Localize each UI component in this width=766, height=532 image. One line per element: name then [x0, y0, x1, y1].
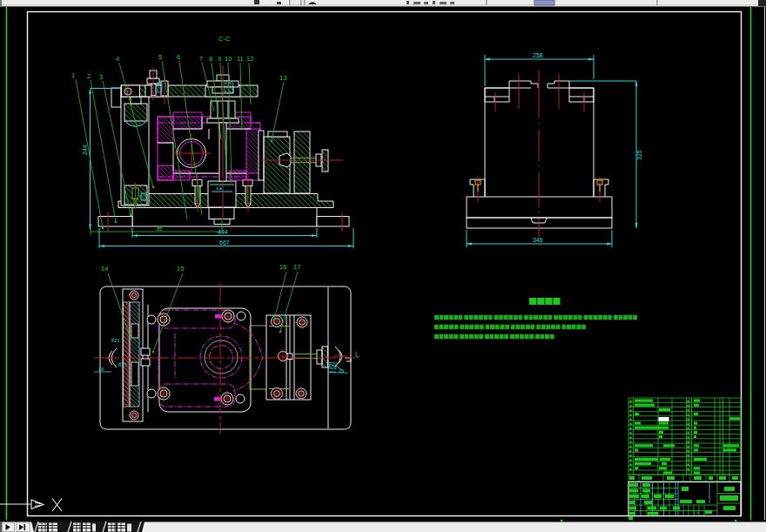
svg-text:R15: R15 — [118, 362, 126, 367]
svg-text:85: 85 — [157, 226, 163, 232]
svg-text:4: 4 — [116, 55, 119, 63]
svg-text:12: 12 — [246, 55, 253, 63]
svg-text:3: 3 — [99, 73, 103, 81]
svg-text:11: 11 — [237, 55, 244, 63]
svg-text:R20: R20 — [329, 361, 337, 367]
svg-text:15: 15 — [177, 265, 184, 273]
svg-text:5: 5 — [158, 53, 162, 61]
svg-text:10: 10 — [225, 55, 232, 63]
svg-text:346: 346 — [533, 237, 543, 243]
svg-text:2: 2 — [87, 72, 91, 80]
svg-text:14: 14 — [101, 265, 108, 273]
svg-text:8: 8 — [209, 55, 212, 63]
svg-text:R20: R20 — [111, 338, 119, 343]
svg-text:16: 16 — [279, 263, 286, 271]
svg-text:13: 13 — [279, 74, 286, 82]
svg-text:6: 6 — [177, 53, 180, 61]
svg-text:258: 258 — [533, 52, 543, 58]
svg-text:244: 244 — [82, 145, 88, 155]
svg-text:19: 19 — [98, 367, 104, 372]
svg-text:325: 325 — [636, 150, 642, 160]
svg-text:40A: 40A — [216, 186, 222, 191]
svg-text:9: 9 — [218, 55, 221, 63]
svg-text:7: 7 — [199, 55, 203, 63]
svg-text:667: 667 — [219, 239, 230, 246]
svg-text:444: 444 — [218, 229, 228, 235]
svg-text:17: 17 — [293, 263, 300, 271]
svg-text:1: 1 — [71, 71, 75, 79]
svg-text:C-C: C-C — [218, 35, 231, 43]
svg-text:1:2: 1:2 — [693, 509, 699, 515]
